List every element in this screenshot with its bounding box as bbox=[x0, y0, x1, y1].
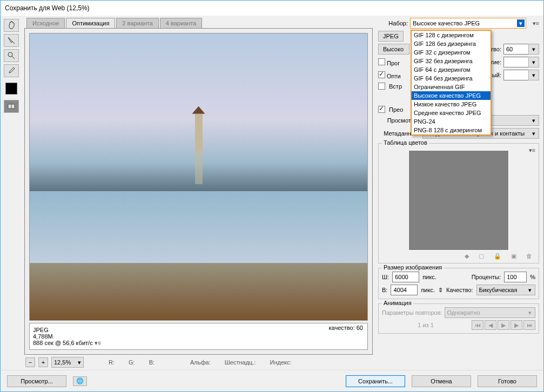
preview-image-detail bbox=[195, 114, 203, 152]
color-table-group: Таблица цветов ▾≡ ◆ ▢ 🔒 ▣ 🗑 bbox=[378, 143, 539, 263]
color-swatch[interactable] bbox=[5, 83, 17, 94]
readout-b: B: bbox=[149, 359, 155, 366]
chevron-down-icon: ▾ bbox=[526, 309, 534, 316]
repeat-label: Параметры повторов: bbox=[382, 309, 442, 316]
blur-slider[interactable]: ▾ bbox=[528, 57, 539, 67]
preset-option[interactable]: Среднее качество JPEG bbox=[412, 109, 491, 117]
progressive-checkbox[interactable] bbox=[378, 58, 385, 65]
zoom-in-button[interactable]: + bbox=[38, 357, 48, 367]
preset-menu-icon[interactable]: ▾≡ bbox=[533, 20, 539, 27]
quality-slider[interactable]: ▾ bbox=[528, 44, 539, 55]
tab-2up[interactable]: 2 варианта bbox=[116, 18, 159, 28]
preview-button[interactable]: Просмотр... bbox=[7, 375, 66, 387]
preset-dropdown: GIF 128 с дизерингом GIF 128 без дизерин… bbox=[411, 30, 492, 136]
add-color-icon[interactable]: ▣ bbox=[511, 253, 516, 260]
preset-option[interactable]: PNG-8 128 с дизерингом bbox=[412, 126, 491, 134]
percent-sign: % bbox=[530, 274, 535, 280]
tool-column bbox=[1, 16, 22, 370]
interp-value: Бикубическая bbox=[479, 287, 518, 293]
matte-select[interactable]: ▾ bbox=[528, 70, 539, 80]
interp-select[interactable]: Бикубическая▾ bbox=[476, 285, 535, 295]
hand-tool[interactable] bbox=[4, 19, 19, 32]
toggle-slices[interactable] bbox=[4, 100, 19, 113]
preset-option[interactable]: Ограниченная GIF bbox=[412, 83, 491, 91]
px-label: пикс. bbox=[421, 287, 435, 293]
eyedropper-tool[interactable] bbox=[4, 64, 19, 77]
embed-profile-label: Встр bbox=[389, 83, 402, 90]
preset-option[interactable]: Низкое качество JPEG bbox=[412, 100, 491, 109]
preset-select[interactable]: Высокое качество JPEG ▾ bbox=[410, 18, 526, 29]
browser-preview-button[interactable]: 🌐 bbox=[73, 376, 87, 386]
chevron-down-icon: ▾ bbox=[517, 19, 525, 27]
preview-canvas[interactable] bbox=[29, 33, 368, 321]
tab-4up[interactable]: 4 варианта bbox=[160, 18, 203, 28]
height-label: В: bbox=[382, 287, 387, 293]
preview-image-detail bbox=[195, 152, 203, 184]
slice-tool[interactable] bbox=[4, 34, 19, 47]
preset-label: Набор: bbox=[378, 20, 408, 26]
percent-label: Проценты: bbox=[472, 274, 501, 280]
tab-optimized[interactable]: Оптимизация bbox=[66, 18, 115, 28]
animation-title: Анимация bbox=[382, 300, 413, 306]
repeat-value: Однократно bbox=[447, 309, 480, 316]
convert-srgb-checkbox[interactable] bbox=[378, 106, 385, 113]
percent-input[interactable]: 100 bbox=[504, 272, 527, 282]
optimized-label: Опти bbox=[387, 73, 401, 79]
preset-value: Высокое качество JPEG bbox=[413, 20, 480, 26]
zoom-tool[interactable] bbox=[4, 49, 19, 62]
progressive-label: Прог bbox=[387, 60, 400, 66]
lock-color-icon[interactable]: 🔒 bbox=[494, 253, 501, 260]
preset-option[interactable]: GIF 128 с дизерингом bbox=[412, 31, 491, 39]
readout-hex: Шестнадц.: bbox=[225, 359, 256, 366]
titlebar: Сохранить для Web (12,5%) bbox=[1, 1, 543, 16]
width-input[interactable]: 6000 bbox=[392, 272, 419, 282]
preset-option[interactable]: GIF 128 без дизеринга bbox=[412, 39, 491, 48]
width-label: Ш: bbox=[382, 274, 389, 280]
preset-option[interactable]: GIF 64 без дизеринга bbox=[412, 74, 491, 83]
image-size-group: Размер изображения Ш: 6000 пикс. Процент… bbox=[378, 268, 539, 299]
preset-option[interactable]: GIF 32 без дизеринга bbox=[412, 57, 491, 65]
height-input[interactable]: 4004 bbox=[391, 285, 418, 295]
done-button[interactable]: Готово bbox=[478, 375, 537, 387]
color-table-menu-icon[interactable]: ▾≡ bbox=[529, 147, 535, 154]
optimized-checkbox[interactable] bbox=[378, 71, 385, 78]
settings-pane: Набор: Высокое качество JPEG ▾ ▾≡ GIF 12… bbox=[376, 16, 543, 370]
quality-input[interactable]: 60 bbox=[503, 44, 530, 55]
color-table-title: Таблица цветов bbox=[382, 139, 429, 146]
svg-point-0 bbox=[8, 52, 12, 57]
window-title: Сохранить для Web (12,5%) bbox=[5, 4, 90, 12]
last-frame-button: ⏭ bbox=[523, 320, 535, 330]
color-table[interactable] bbox=[408, 150, 509, 251]
cancel-button[interactable]: Отмена bbox=[412, 375, 471, 387]
embed-profile-checkbox[interactable] bbox=[378, 83, 385, 90]
frame-counter: 1 из 1 bbox=[382, 322, 469, 328]
info-size: 4,788M bbox=[33, 333, 364, 340]
interp-label: Качество: bbox=[446, 287, 473, 293]
info-menu-icon[interactable]: ▾≡ bbox=[95, 340, 101, 346]
chevron-down-icon: ▾ bbox=[530, 117, 538, 124]
chevron-down-icon: ▾ bbox=[78, 359, 81, 366]
image-size-title: Размер изображения bbox=[382, 264, 444, 271]
quality-preset-select[interactable]: Высоко bbox=[378, 44, 409, 55]
footer: Просмотр... 🌐 Сохранить... Отмена Готово bbox=[1, 370, 543, 391]
info-format: JPEG bbox=[33, 327, 364, 333]
chevron-down-icon: ▾ bbox=[526, 286, 534, 294]
view-tabs: Исходное Оптимизация 2 варианта 4 вариан… bbox=[22, 18, 373, 28]
tab-original[interactable]: Исходное bbox=[26, 18, 65, 28]
link-icon[interactable]: ⇕ bbox=[438, 287, 443, 294]
zoom-out-button[interactable]: − bbox=[25, 357, 35, 367]
preset-option[interactable]: PNG-24 bbox=[412, 117, 491, 126]
repeat-select: Однократно▾ bbox=[445, 307, 535, 318]
save-button[interactable]: Сохранить... bbox=[346, 375, 405, 387]
format-select[interactable]: JPEG bbox=[378, 31, 404, 42]
matte-swatch[interactable] bbox=[503, 70, 530, 80]
preset-option[interactable]: GIF 64 с дизерингом bbox=[412, 65, 491, 74]
preset-option-selected[interactable]: Высокое качество JPEG bbox=[412, 91, 491, 100]
readout-r: R: bbox=[109, 359, 115, 366]
preset-option[interactable]: GIF 32 с дизерингом bbox=[412, 48, 491, 57]
shift-color-icon[interactable]: ▢ bbox=[479, 253, 484, 260]
delete-color-icon[interactable]: 🗑 bbox=[526, 253, 532, 260]
map-color-icon[interactable]: ◆ bbox=[465, 253, 469, 260]
zoom-select[interactable]: 12,5%▾ bbox=[51, 357, 84, 368]
blur-input[interactable] bbox=[503, 57, 530, 67]
